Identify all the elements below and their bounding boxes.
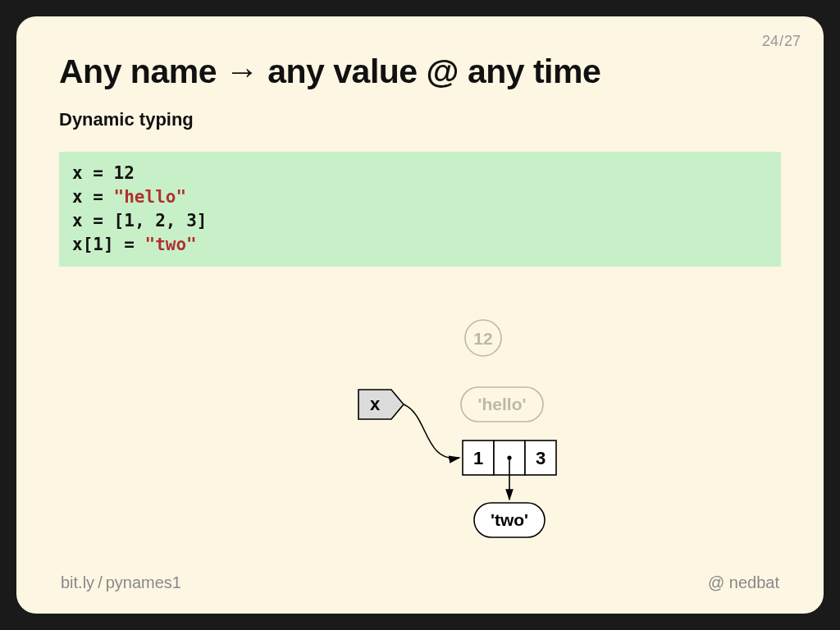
ref-str-label: 'two' — [491, 510, 528, 529]
list-cell-1-dot — [507, 455, 511, 459]
page-counter: 24/27 — [762, 33, 801, 50]
faded-int-node: 12 — [465, 320, 501, 356]
code-line2-val: "hello" — [114, 187, 187, 207]
code-line1-lhs: x = — [72, 163, 114, 183]
list-cell-0: 1 — [473, 448, 483, 468]
faded-str-node: 'hello' — [461, 387, 543, 422]
footer-right: @ nedbat — [708, 573, 779, 592]
page-current: 24 — [762, 33, 778, 49]
ref-str-node: 'two' — [474, 503, 545, 537]
faded-str-label: 'hello' — [478, 395, 527, 413]
code-line4-val: "two" — [145, 235, 197, 254]
slide-subtitle: Dynamic typing — [59, 109, 781, 130]
faded-int-label: 12 — [473, 329, 492, 348]
code-line3-v1: 1 — [124, 211, 135, 231]
code-line3-v2: 2 — [155, 211, 166, 231]
code-line4-mid: ] = — [103, 235, 145, 254]
code-line4-idx: 1 — [93, 235, 103, 254]
footer-handle: nedbat — [729, 573, 779, 591]
footer-path: pynames1 — [106, 573, 181, 591]
arrow-name-to-list — [404, 404, 459, 459]
page-slash: / — [779, 33, 783, 49]
code-line3-close: ] — [197, 211, 208, 231]
page-total: 27 — [784, 33, 801, 49]
code-line3-lhs: x = [ — [72, 211, 124, 231]
footer: bit.ly/pynames1 @ nedbat — [61, 573, 779, 592]
code-line3-s2: , — [166, 211, 186, 231]
code-line2-lhs: x = — [72, 187, 114, 207]
name-tag: x — [358, 390, 404, 419]
diagram: x 12 'hello' 1 3 — [59, 299, 781, 546]
code-line4-lhs: x[ — [72, 235, 93, 254]
footer-sep: / — [98, 573, 103, 591]
code-line3-v3: 3 — [186, 211, 197, 231]
diagram-svg: x 12 'hello' 1 3 — [59, 299, 781, 546]
slide-title: Any name → any value @ any time — [59, 52, 781, 91]
code-line1-val: 12 — [114, 163, 135, 183]
footer-at: @ — [708, 573, 724, 591]
code-block: x = 12 x = "hello" x = [1, 2, 3] x[1] = … — [59, 152, 781, 267]
code-line3-s1: , — [135, 211, 155, 231]
footer-left: bit.ly/pynames1 — [61, 573, 181, 592]
footer-domain: bit.ly — [61, 573, 94, 591]
list-cell-2: 3 — [536, 448, 546, 468]
name-tag-label: x — [370, 394, 381, 414]
slide: 24/27 Any name → any value @ any time Dy… — [16, 16, 824, 614]
